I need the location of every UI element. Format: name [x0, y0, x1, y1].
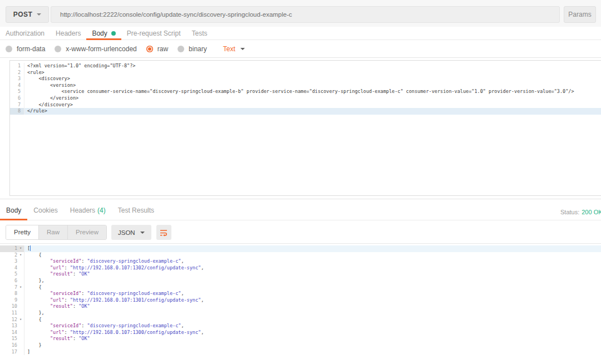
url-input[interactable]: http://localhost:2222/console/config/upd… [51, 6, 560, 23]
line-number: 13 [0, 323, 24, 329]
view-preview-button[interactable]: Preview [67, 225, 106, 239]
fold-arrow-icon[interactable]: ▾ [17, 252, 24, 259]
url-text: http://localhost:2222/console/config/upd… [60, 11, 292, 18]
chevron-down-icon [37, 13, 41, 16]
code-line: 3 "serviceId": "discovery-springcloud-ex… [0, 258, 601, 265]
line-number: 6 [10, 95, 24, 102]
code-line: 1▾[ [0, 245, 601, 252]
line-number: 9 [0, 297, 24, 304]
code-line: 9 "url": "http://192.168.0.107:1301/conf… [0, 297, 601, 304]
request-tabs: Authorization Headers Body Pre-request S… [0, 27, 601, 40]
line-number: 6 [0, 278, 24, 284]
tab-tests[interactable]: Tests [186, 27, 213, 40]
code-line: 12▾ { [0, 317, 601, 323]
tab-body[interactable]: Body [86, 27, 121, 40]
code-text: <service consumer-service-name="discover… [24, 88, 601, 95]
request-bar: POST http://localhost:2222/console/confi… [0, 0, 601, 27]
code-text: { [24, 284, 601, 291]
code-text: "serviceId": "discovery-springcloud-exam… [24, 291, 601, 297]
line-number: 5 [10, 88, 24, 95]
line-number: 12▾ [0, 317, 24, 323]
line-number: 4 [0, 265, 24, 272]
response-tabs: Body Cookies Headers(4) Test Results [0, 199, 601, 220]
code-text: <?xml version="1.0" encoding="UTF-8"?> [24, 63, 601, 70]
code-text: { [24, 317, 601, 323]
code-line: 8 "serviceId": "discovery-springcloud-ex… [0, 291, 601, 297]
code-text: "serviceId": "discovery-springcloud-exam… [24, 323, 601, 329]
code-text: "url": "http://192.168.0.107:1300/config… [24, 329, 601, 336]
code-text: ] [24, 349, 601, 356]
code-line: 14 "url": "http://192.168.0.107:1300/con… [0, 329, 601, 336]
code-text: "url": "http://192.168.0.107:1301/config… [24, 297, 601, 304]
code-line: 6 </version> [10, 95, 601, 102]
code-text: </discovery> [24, 102, 601, 109]
body-type-row: form-data x-www-form-urlencoded raw bina… [0, 41, 601, 58]
code-line: 6 }, [0, 278, 601, 284]
radio-raw[interactable]: raw [146, 45, 168, 53]
code-text: <version> [24, 82, 601, 89]
tab-pre-request-script[interactable]: Pre-request Script [121, 27, 186, 40]
http-method-select[interactable]: POST [6, 6, 49, 23]
code-line: 10 "result": "OK" [0, 303, 601, 310]
status-code-value: 200 OK [582, 209, 601, 215]
code-text: "result": "OK" [24, 336, 601, 342]
fold-arrow-icon[interactable]: ▾ [17, 317, 24, 323]
line-number: 4 [10, 82, 24, 89]
radio-binary[interactable]: binary [178, 45, 207, 53]
line-number: 3 [10, 76, 24, 82]
code-line: 13 "serviceId": "discovery-springcloud-e… [0, 323, 601, 329]
response-tab-test-results[interactable]: Test Results [112, 206, 160, 220]
line-number: 7 [10, 102, 24, 109]
line-number: 15 [0, 336, 24, 342]
response-format-select[interactable]: JSON [111, 225, 151, 240]
line-number: 3 [0, 258, 24, 265]
view-pretty-button[interactable]: Pretty [6, 225, 38, 239]
radio-icon [6, 46, 12, 52]
code-line: 7 </discovery> [10, 102, 601, 109]
code-line: 17] [0, 349, 601, 356]
code-line: 2<rule> [10, 70, 601, 76]
response-tab-body[interactable]: Body [0, 206, 27, 220]
chevron-down-icon [140, 232, 145, 234]
code-text: } [24, 342, 601, 349]
radio-x-www-form-urlencoded[interactable]: x-www-form-urlencoded [55, 45, 136, 53]
code-line: 11 }, [0, 310, 601, 317]
line-number: 1▾ [0, 245, 24, 252]
code-text: "result": "OK" [24, 303, 601, 310]
response-body-editor[interactable]: 1▾[2▾ {3 "serviceId": "discovery-springc… [0, 243, 601, 364]
code-line: 4 <version> [10, 82, 601, 89]
radio-form-data[interactable]: form-data [6, 45, 45, 53]
params-button[interactable]: Params [564, 6, 596, 23]
line-number: 7▾ [0, 284, 24, 291]
code-line: 15 "result": "OK" [0, 336, 601, 342]
code-line: 3 <discovery> [10, 76, 601, 82]
fold-arrow-icon[interactable]: ▾ [17, 284, 24, 291]
wrap-text-button[interactable] [156, 225, 171, 240]
code-text: { [24, 252, 601, 259]
line-number: 16 [0, 342, 24, 349]
fold-arrow-icon[interactable]: ▾ [17, 245, 24, 252]
raw-format-select[interactable]: Text [223, 45, 245, 53]
code-text: </version> [24, 95, 601, 102]
tab-headers[interactable]: Headers [50, 27, 86, 40]
code-line: 8</rule> [10, 108, 601, 115]
view-raw-button[interactable]: Raw [38, 225, 67, 239]
request-body-editor[interactable]: 1<?xml version="1.0" encoding="UTF-8"?>2… [9, 60, 601, 196]
radio-selected-icon [146, 46, 153, 52]
code-text: <discovery> [24, 76, 601, 82]
code-line: 5 "result": "OK" [0, 271, 601, 278]
code-text: }, [24, 310, 601, 317]
tab-authorization[interactable]: Authorization [0, 27, 50, 40]
headers-count-badge: (4) [97, 206, 106, 214]
response-tab-cookies[interactable]: Cookies [27, 206, 63, 220]
code-text: }, [24, 278, 601, 284]
code-line: 16 } [0, 342, 601, 349]
code-line: 5 <service consumer-service-name="discov… [10, 88, 601, 95]
response-tab-headers[interactable]: Headers(4) [64, 206, 112, 220]
response-status: Status:200 OK [560, 209, 601, 215]
code-line: 4 "url": "http://192.168.0.107:1302/conf… [0, 265, 601, 272]
line-number: 2 [10, 70, 24, 76]
code-text: "result": "OK" [24, 271, 601, 278]
code-text: "serviceId": "discovery-springcloud-exam… [24, 258, 601, 265]
code-text: "url": "http://192.168.0.107:1302/config… [24, 265, 601, 272]
